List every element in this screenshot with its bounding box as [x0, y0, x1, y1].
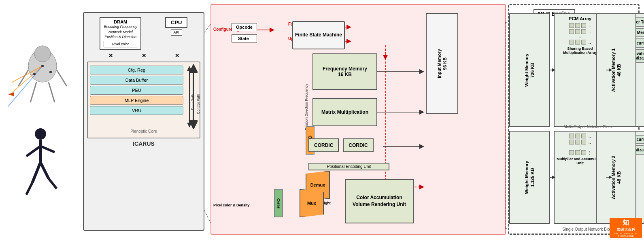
svg-line-4	[30, 82, 36, 102]
knowledge-icon: 知	[623, 219, 629, 227]
weight-mem-bottom-label: Weight Memory 1.125 KB	[524, 161, 536, 194]
svg-line-5	[49, 82, 55, 102]
dram-cpu-row: DRAM Encoding Frequency Network Model Po…	[84, 15, 204, 52]
input-memory-box: Input Memory 96 KB	[426, 13, 458, 114]
cell	[575, 23, 580, 28]
svg-point-9	[41, 65, 44, 67]
cell	[575, 140, 580, 144]
positional-enc-label: Positional Encoding Unit	[308, 163, 389, 170]
svg-line-3	[57, 70, 67, 86]
cpu-title: CPU	[171, 19, 182, 25]
cordic-2: CORDIC	[343, 138, 373, 152]
modules-list: Cfg. Reg Data Buffer PEU MLP Engine VRU	[90, 64, 183, 129]
cell	[569, 29, 574, 34]
core-content: Cfg. Reg Data Buffer PEU MLP Engine VRU	[90, 64, 198, 129]
opcode-box: Opcode	[232, 23, 257, 31]
control-path-label: Control Path	[196, 94, 200, 114]
mlp-engine-module: MLP Engine	[90, 96, 183, 105]
cfg-reg-module: Cfg. Reg	[90, 66, 183, 74]
pdf-label: Position Direction Frequency	[304, 78, 308, 130]
knowledge-text: 知识大百科	[617, 227, 635, 232]
dots: ...	[587, 140, 591, 144]
matrix-mult-box: Matrix Multiplication	[312, 98, 377, 126]
vru-module: VRU	[90, 106, 183, 115]
weight-mem-top-label: Weight Memory 726 KB	[524, 53, 536, 87]
cell	[581, 29, 586, 34]
cell	[581, 40, 586, 45]
plenoptic-title: Plenoptic Core	[90, 129, 198, 134]
act-mem-2-label: Activation Memory 2 48 KB	[610, 155, 622, 199]
knowledge-logo: 知 知识大百科 ENCYCLOPEDIA OF KNOWLEDGE	[610, 218, 642, 238]
robot-figure	[6, 42, 75, 131]
cell	[581, 134, 586, 138]
mult-3: ✕	[175, 53, 179, 59]
svg-line-16	[40, 146, 55, 152]
peu-module: PEU	[90, 86, 183, 95]
multiplier-row: ✕ ✕ ✕	[84, 52, 204, 59]
dram-info: Encoding Frequency Network Model Positio…	[104, 24, 137, 40]
fsm-box: Finite State Machine	[292, 21, 345, 49]
knowledge-subtitle: ENCYCLOPEDIA OF KNOWLEDGE	[610, 232, 642, 237]
data-path-label: Data Path	[191, 94, 195, 110]
weight-memory-bottom: Weight Memory 1.125 KB	[509, 131, 550, 224]
fifo-box-2: FIFO	[274, 189, 283, 217]
plenoptic-core: Cfg. Reg Data Buffer PEU MLP Engine VRU	[87, 62, 200, 138]
svg-point-13	[35, 128, 46, 140]
human-figure	[6, 126, 75, 199]
cell	[575, 150, 580, 155]
weight-memory-top: Weight Memory 726 KB	[509, 13, 550, 127]
cell	[569, 134, 574, 138]
mux-box: Mux	[300, 189, 324, 217]
state-box: State	[232, 34, 257, 42]
cell	[581, 140, 586, 144]
cell	[581, 150, 586, 155]
fifo-2: FIFO	[274, 189, 283, 217]
svg-point-10	[33, 73, 36, 75]
svg-line-39	[204, 210, 210, 223]
freq-memory-box: Frequency Memory 16 KB	[312, 53, 377, 90]
cell	[581, 23, 586, 28]
mult-2: ✕	[142, 53, 146, 59]
api-box: API	[171, 29, 183, 36]
dots: ⋮	[587, 150, 591, 155]
freq-memory-size: 16 KB	[338, 72, 352, 77]
svg-line-17	[32, 162, 40, 183]
dots: ...	[587, 40, 591, 45]
dots: ...	[587, 134, 591, 138]
svg-line-19	[26, 183, 32, 195]
dots: ...	[587, 23, 591, 28]
input-memory-label: Input Memory 96 KB	[436, 49, 448, 78]
icarus-block: DRAM Encoding Frequency Network Model Po…	[83, 12, 204, 231]
cpu-box: CPU	[165, 17, 187, 28]
dots: ...	[587, 29, 591, 34]
cell	[569, 150, 574, 155]
cell	[569, 23, 574, 28]
mult-1: ✕	[108, 53, 113, 59]
svg-line-7	[8, 66, 43, 106]
cell	[575, 29, 580, 34]
left-figure-area: 图像渲染，上	[0, 0, 81, 240]
multi-output-label: Multi-Output Network Block	[509, 125, 644, 129]
freq-memory-title: Frequency Memory	[323, 66, 367, 72]
act-mem-1-label: Activation Memory 1 48 KB	[610, 48, 622, 92]
svg-point-11	[49, 71, 52, 73]
pixel-color-box: Pixel color	[104, 41, 137, 47]
svg-line-38	[204, 24, 210, 32]
activation-memory-1: Activation Memory 1 48 KB	[596, 13, 636, 127]
dram-title: DRAM	[104, 19, 137, 24]
cell	[575, 134, 580, 138]
cordic-row: CORDIC CORDIC	[308, 138, 374, 152]
opcode-state-area: Opcode State	[232, 23, 257, 42]
pixel-color-density-label: Pixel color & Density	[213, 203, 250, 207]
main-container: 图像渲染，上 DRAM Encoding Frequency Network M…	[0, 0, 644, 240]
svg-line-18	[40, 162, 49, 178]
cavru-line1: Color Accumulation	[356, 194, 402, 201]
mlp-engine-block: MLP Engine Weight Memory 726 KB PCM Arra…	[508, 4, 640, 235]
data-buffer-module: Data Buffer	[90, 76, 183, 85]
cell	[575, 40, 580, 45]
svg-point-1	[34, 46, 51, 62]
cell	[569, 140, 574, 144]
mux-area: Mux	[300, 189, 324, 217]
architecture-block: Configure signal	[210, 4, 506, 235]
svg-marker-12	[8, 92, 14, 96]
